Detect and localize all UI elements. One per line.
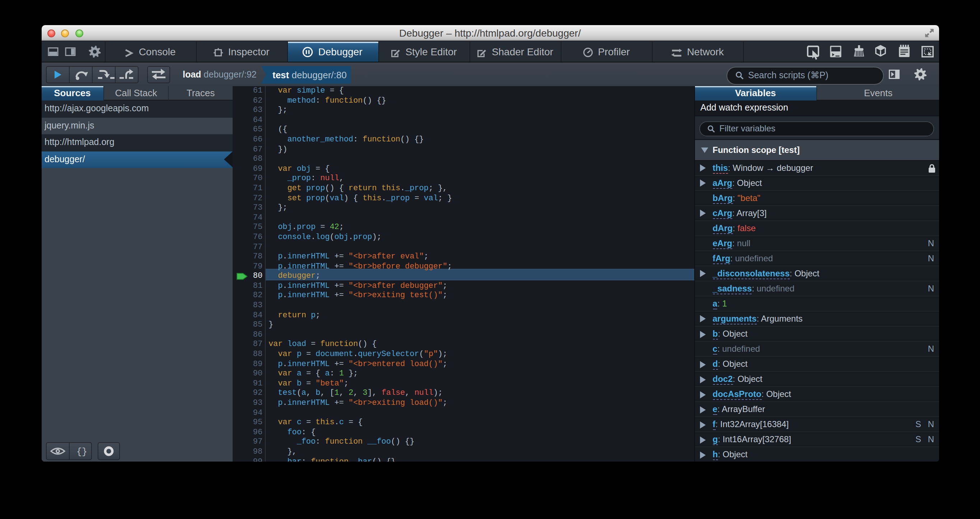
svg-text:{}: {} [76, 447, 87, 457]
